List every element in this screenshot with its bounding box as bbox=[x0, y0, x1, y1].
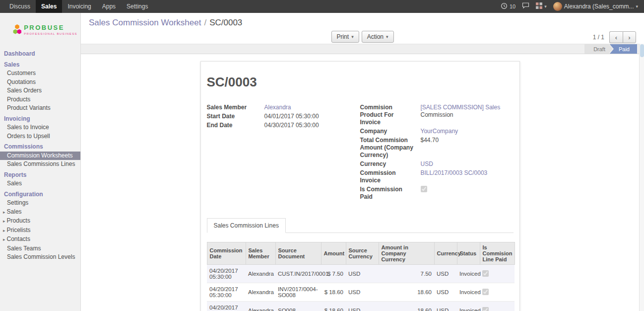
status-step-draft[interactable]: Draft bbox=[584, 44, 613, 54]
commission-invoice-link[interactable]: BILL/2017/0003 SC/0003 bbox=[421, 169, 488, 176]
cell-source-document: CUST.IN/2017/0001 bbox=[275, 265, 321, 283]
table-row[interactable]: 04/20/2017 10:35:53 Alexandra SO008 $ 18… bbox=[207, 302, 515, 311]
modules-menu-button[interactable]: ▾ bbox=[536, 2, 547, 10]
cell-line-paid bbox=[480, 283, 515, 302]
user-name: Alexandra (Sales_comm... bbox=[564, 3, 634, 10]
table-row[interactable]: 04/20/2017 05:30:00 Alexandra CUST.IN/20… bbox=[207, 265, 515, 283]
menu-settings[interactable]: Settings bbox=[121, 0, 153, 13]
sidebar-item-reports-sales[interactable]: Sales bbox=[0, 179, 80, 188]
sidebar-item-settings[interactable]: Settings bbox=[0, 199, 80, 208]
commission-product-link[interactable]: [SALES COMMISSION] Sales bbox=[421, 104, 501, 111]
col-header-status[interactable]: Status bbox=[457, 242, 480, 265]
messages-button[interactable] bbox=[522, 2, 529, 10]
cell-line-paid bbox=[480, 302, 515, 311]
sidebar-item-sales-commissions-lines[interactable]: Sales Commissions Lines bbox=[0, 160, 80, 169]
scrollbar[interactable] bbox=[639, 44, 644, 311]
sidebar-item-orders-to-upsell[interactable]: Orders to Upsell bbox=[0, 132, 80, 141]
sidebar-header-invoicing[interactable]: Invoicing bbox=[0, 115, 80, 124]
action-button-label: Action bbox=[367, 33, 384, 40]
is-commission-paid-checkbox bbox=[421, 186, 427, 192]
activities-button[interactable]: 10 bbox=[501, 2, 515, 11]
control-panel: Sales Commission Worksheet/SC/0003 Print… bbox=[81, 13, 644, 44]
sidebar-item-config-sales[interactable]: ▸Sales bbox=[0, 208, 80, 217]
menu-apps[interactable]: Apps bbox=[97, 0, 121, 13]
field-start-date: Start Date 04/01/2017 05:30:00 bbox=[207, 113, 360, 120]
clock-icon bbox=[501, 2, 508, 11]
col-header-source-currency[interactable]: Source Currency bbox=[346, 242, 379, 265]
cell-status: Invoiced bbox=[457, 283, 480, 302]
pager: 1 / 1 ‹ › bbox=[593, 31, 636, 44]
caret-down-icon: ▾ bbox=[351, 34, 354, 39]
currency-link[interactable]: USD bbox=[421, 160, 433, 167]
total-commission-amount-value: $44.70 bbox=[421, 137, 439, 159]
cell-currency: USD bbox=[434, 283, 457, 302]
sidebar-header-commissions[interactable]: Commissions bbox=[0, 143, 80, 152]
col-header-commission-date[interactable]: Commission Date bbox=[207, 242, 246, 265]
control-panel-buttons: Print▾ Action▾ 1 / 1 ‹ › bbox=[89, 31, 636, 44]
record-title: SC/0003 bbox=[207, 75, 514, 90]
sidebar-item-contacts[interactable]: ▸Contacts bbox=[0, 235, 80, 244]
sidebar-item-commission-worksheets[interactable]: Commission Worksheets bbox=[0, 152, 80, 160]
pager-next-button[interactable]: › bbox=[623, 31, 636, 43]
sidebar-item-sales-commission-levels[interactable]: Sales Commission Levels bbox=[0, 253, 80, 262]
col-header-is-commision-line-paid[interactable]: Is Commision Line Paid bbox=[480, 242, 515, 265]
col-header-source-document[interactable]: Source Document bbox=[275, 242, 321, 265]
table-row[interactable]: 04/20/2017 05:30:00 Alexandra INV/2017/0… bbox=[207, 283, 515, 302]
col-header-currency[interactable]: Currency bbox=[434, 242, 457, 265]
cell-sales-member: Alexandra bbox=[246, 302, 275, 311]
sidebar-item-products[interactable]: Products bbox=[0, 95, 80, 104]
sidebar-header-configuration[interactable]: Configuration bbox=[0, 190, 80, 199]
breadcrumb-current: SC/0003 bbox=[209, 18, 242, 27]
cell-sales-member: Alexandra bbox=[246, 283, 275, 302]
tabs-row: Sales Commission Lines bbox=[207, 218, 514, 233]
action-buttons-group: Print▾ Action▾ bbox=[331, 31, 393, 43]
scrollbar-thumb[interactable] bbox=[640, 44, 644, 57]
print-button[interactable]: Print▾ bbox=[331, 31, 359, 43]
pager-previous-button[interactable]: ‹ bbox=[609, 31, 623, 43]
field-label: Company bbox=[360, 128, 421, 135]
statusbar: Draft Paid bbox=[81, 44, 639, 54]
activity-count-badge: 10 bbox=[510, 3, 515, 9]
sidebar-item-sales-to-invoice[interactable]: Sales to Invoice bbox=[0, 123, 80, 132]
cell-amount-company: 7.50 bbox=[379, 265, 434, 283]
sidebar-item-label: Products bbox=[7, 217, 30, 224]
cell-status: Invoiced bbox=[457, 302, 480, 311]
col-header-amount[interactable]: Amount bbox=[321, 242, 346, 265]
status-step-paid[interactable]: Paid bbox=[610, 44, 637, 54]
probuse-logo-mark bbox=[13, 20, 21, 40]
cell-amount-company: 18.60 bbox=[379, 283, 434, 302]
cell-amount: $ 18.60 bbox=[321, 302, 346, 311]
sidebar-item-sales-orders[interactable]: Sales Orders bbox=[0, 86, 80, 95]
sidebar-header-sales[interactable]: Sales bbox=[0, 61, 80, 70]
breadcrumb-separator: / bbox=[201, 18, 209, 27]
field-label: Currency bbox=[360, 160, 421, 168]
menu-discuss[interactable]: Discuss bbox=[4, 0, 36, 13]
tab-sales-commission-lines[interactable]: Sales Commission Lines bbox=[207, 218, 286, 233]
menu-sales[interactable]: Sales bbox=[36, 0, 62, 13]
menu-invoicing[interactable]: Invoicing bbox=[62, 0, 96, 13]
sidebar-header-reports[interactable]: Reports bbox=[0, 171, 80, 180]
col-header-sales-member[interactable]: Sales Member bbox=[246, 242, 275, 265]
action-button[interactable]: Action▾ bbox=[362, 31, 394, 43]
caret-down-icon: ▾ bbox=[636, 4, 638, 9]
breadcrumb: Sales Commission Worksheet/SC/0003 bbox=[89, 17, 636, 29]
user-menu-button[interactable]: Alexandra (Sales_comm... ▾ bbox=[553, 2, 638, 11]
probuse-logo-text: PROBUSE PROFESSIONAL BUSINESS bbox=[24, 24, 77, 35]
sidebar-item-pricelists[interactable]: ▸Pricelists bbox=[0, 226, 80, 235]
sidebar-header-dashboard[interactable]: Dashboard bbox=[0, 50, 80, 59]
col-header-amount-in-company-currency[interactable]: Amount in Company Currency bbox=[379, 242, 434, 265]
field-total-commission-amount: Total Commision Amount (Company Currency… bbox=[360, 137, 514, 159]
field-is-commission-paid: Is Commission Paid bbox=[360, 186, 514, 201]
field-label: Commision Product For Invoice bbox=[360, 104, 421, 126]
cell-currency: USD bbox=[434, 265, 457, 283]
sidebar-item-customers[interactable]: Customers bbox=[0, 69, 80, 78]
sales-member-link[interactable]: Alexandra bbox=[264, 104, 291, 111]
company-link[interactable]: YourCompany bbox=[421, 128, 458, 135]
sidebar-item-product-variants[interactable]: Product Variants bbox=[0, 104, 80, 113]
sidebar-item-label: Contacts bbox=[7, 235, 30, 242]
sidebar-item-quotations[interactable]: Quotations bbox=[0, 78, 80, 87]
sidebar-item-sales-teams[interactable]: Sales Teams bbox=[0, 244, 80, 253]
sidebar-item-config-products[interactable]: ▸Products bbox=[0, 217, 80, 226]
notebook: Sales Commission Lines Commission Date S… bbox=[207, 218, 514, 311]
breadcrumb-parent-link[interactable]: Sales Commission Worksheet bbox=[89, 18, 201, 27]
